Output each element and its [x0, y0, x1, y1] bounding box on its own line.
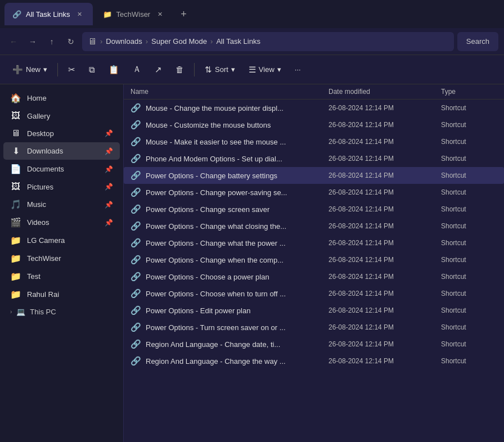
new-tab-button[interactable]: + — [175, 6, 192, 22]
lg-camera-icon: 📁 — [10, 235, 21, 246]
file-type-cell: Shortcut — [441, 340, 497, 348]
sidebar: 🏠 Home 🖼 Gallery 🖥 Desktop 📌 ⬇ Downloads… — [0, 84, 124, 442]
tab-close-all-task-links[interactable]: ✕ — [75, 9, 85, 19]
table-row[interactable]: 🔗 Power Options - Change battery setting… — [124, 167, 504, 184]
paste-button[interactable]: 📋 — [103, 60, 125, 80]
file-type-cell: Shortcut — [441, 273, 497, 281]
downloads-icon: ⬇ — [10, 146, 21, 156]
file-name-text: Power Options - Choose when to turn off … — [146, 290, 286, 298]
file-date-cell: 26-08-2024 12:14 PM — [328, 155, 441, 163]
file-name-cell: 🔗 Mouse - Change the mouse pointer displ… — [130, 103, 328, 113]
table-row[interactable]: 🔗 Power Options - Change when the comp..… — [124, 251, 504, 268]
file-shortcut-icon: 🔗 — [130, 356, 141, 366]
table-row[interactable]: 🔗 Power Options - Change what the power … — [124, 234, 504, 251]
sidebar-item-documents[interactable]: 📄 Documents 📌 — [3, 160, 120, 178]
cut-icon: ✂ — [68, 65, 75, 75]
table-row[interactable]: 🔗 Power Options - Change screen saver 26… — [124, 201, 504, 218]
table-row[interactable]: 🔗 Power Options - Choose when to turn of… — [124, 285, 504, 302]
sidebar-label-pictures: Pictures — [27, 183, 99, 191]
more-button[interactable]: ··· — [289, 60, 307, 80]
back-button[interactable]: ← — [6, 34, 21, 49]
file-name-text: Power Options - Choose a power plan — [146, 273, 269, 281]
file-name-text: Phone And Modem Options - Set up dial... — [146, 155, 282, 163]
search-button[interactable]: Search — [457, 32, 498, 51]
file-date-cell: 26-08-2024 12:14 PM — [328, 290, 441, 297]
sidebar-item-videos[interactable]: 🎬 Videos 📌 — [3, 214, 120, 231]
column-name: Name — [130, 88, 328, 96]
sidebar-item-techwiser[interactable]: 📁 TechWiser — [3, 250, 120, 267]
file-shortcut-icon: 🔗 — [130, 120, 141, 130]
file-name-text: Mouse - Customize the mouse buttons — [146, 121, 271, 129]
sidebar-item-downloads[interactable]: ⬇ Downloads 📌 — [3, 142, 120, 160]
breadcrumb-all-task-links[interactable]: All Task Links — [216, 37, 260, 46]
techwiser-icon: 📁 — [10, 253, 21, 264]
table-row[interactable]: 🔗 Mouse - Make it easier to see the mous… — [124, 133, 504, 150]
table-row[interactable]: 🔗 Region And Language - Change the way .… — [124, 353, 504, 369]
this-pc-chevron: › — [10, 309, 12, 315]
file-shortcut-icon: 🔗 — [130, 137, 141, 147]
file-date-cell: 26-08-2024 12:14 PM — [328, 205, 441, 213]
delete-button[interactable]: 🗑 — [170, 60, 190, 80]
file-name-text: Power Options - Edit power plan — [146, 306, 250, 315]
sidebar-item-lg-camera[interactable]: 📁 LG Camera — [3, 232, 120, 249]
column-date: Date modified — [328, 88, 441, 96]
view-icon: ☰ — [249, 65, 256, 75]
sort-label: Sort — [215, 65, 228, 74]
rename-button[interactable]: Ａ — [127, 60, 147, 80]
sidebar-item-gallery[interactable]: 🖼 Gallery — [3, 107, 120, 124]
toolbar: ➕ New ▾ ✂ ⧉ 📋 Ａ ↗ 🗑 ⇅ Sort ▾ ☰ View ▾ ··… — [0, 55, 504, 84]
forward-button[interactable]: → — [25, 34, 40, 49]
table-row[interactable]: 🔗 Mouse - Customize the mouse buttons 26… — [124, 116, 504, 133]
sidebar-item-test[interactable]: 📁 Test — [3, 268, 120, 285]
breadcrumb-downloads[interactable]: Downloads — [106, 37, 142, 46]
file-type-cell: Shortcut — [441, 306, 497, 314]
sidebar-item-music[interactable]: 🎵 Music 📌 — [3, 196, 120, 213]
file-date-cell: 26-08-2024 12:14 PM — [328, 104, 441, 112]
share-button[interactable]: ↗ — [149, 60, 168, 80]
sidebar-item-home[interactable]: 🏠 Home — [3, 89, 120, 107]
up-button[interactable]: ↑ — [44, 34, 60, 49]
file-name-cell: 🔗 Region And Language - Change the way .… — [130, 356, 328, 366]
sidebar-item-desktop[interactable]: 🖥 Desktop 📌 — [3, 125, 120, 142]
table-row[interactable]: 🔗 Power Options - Edit power plan 26-08-… — [124, 302, 504, 319]
file-type-cell: Shortcut — [441, 205, 497, 213]
test-icon: 📁 — [10, 271, 21, 282]
sidebar-item-pictures[interactable]: 🖼 Pictures 📌 — [3, 178, 120, 195]
table-row[interactable]: 🔗 Power Options - Change power-saving se… — [124, 184, 504, 201]
file-shortcut-icon: 🔗 — [130, 322, 141, 332]
table-row[interactable]: 🔗 Region And Language - Change date, ti.… — [124, 336, 504, 353]
table-row[interactable]: 🔗 Mouse - Change the mouse pointer displ… — [124, 100, 504, 116]
file-name-cell: 🔗 Power Options - Change power-saving se… — [130, 187, 328, 197]
copy-button[interactable]: ⧉ — [83, 60, 101, 80]
breadcrumb-super-god-mode[interactable]: Super God Mode — [151, 37, 207, 46]
more-icon: ··· — [295, 65, 301, 74]
table-row[interactable]: 🔗 Power Options - Choose a power plan 26… — [124, 268, 504, 285]
cut-button[interactable]: ✂ — [62, 60, 81, 80]
file-name-cell: 🔗 Power Options - Change screen saver — [130, 204, 328, 214]
column-type: Type — [441, 88, 497, 96]
tab-icon-techwiser: 📁 — [103, 10, 112, 19]
sort-button[interactable]: ⇅ Sort ▾ — [199, 60, 241, 80]
delete-icon: 🗑 — [176, 65, 184, 74]
new-button[interactable]: ➕ New ▾ — [7, 60, 53, 80]
monitor-icon: 🖥 — [88, 37, 97, 47]
table-row[interactable]: 🔗 Power Options - Turn screen saver on o… — [124, 319, 504, 336]
sidebar-this-pc[interactable]: › 💻 This PC — [3, 304, 120, 319]
file-date-cell: 26-08-2024 12:14 PM — [328, 340, 441, 348]
refresh-button[interactable]: ↻ — [63, 34, 79, 49]
file-name-text: Mouse - Make it easier to see the mouse … — [146, 138, 286, 146]
table-row[interactable]: 🔗 Phone And Modem Options - Set up dial.… — [124, 150, 504, 167]
view-button[interactable]: ☰ View ▾ — [243, 60, 287, 80]
main-area: 🏠 Home 🖼 Gallery 🖥 Desktop 📌 ⬇ Downloads… — [0, 84, 504, 442]
file-name-cell: 🔗 Power Options - Change when the comp..… — [130, 255, 328, 265]
new-icon: ➕ — [12, 65, 23, 75]
sidebar-label-this-pc: This PC — [30, 308, 56, 316]
sidebar-item-rahul-rai[interactable]: 📁 Rahul Rai — [3, 286, 120, 303]
file-name-text: Mouse - Change the mouse pointer displ..… — [146, 104, 284, 112]
tab-all-task-links[interactable]: 🔗 All Task Links ✕ — [4, 3, 93, 25]
table-row[interactable]: 🔗 Power Options - Change what closing th… — [124, 218, 504, 234]
sidebar-label-gallery: Gallery — [27, 112, 113, 120]
tab-close-techwiser[interactable]: ✕ — [155, 9, 165, 19]
file-type-cell: Shortcut — [441, 357, 497, 365]
tab-techwiser[interactable]: 📁 TechWiser ✕ — [95, 3, 173, 25]
